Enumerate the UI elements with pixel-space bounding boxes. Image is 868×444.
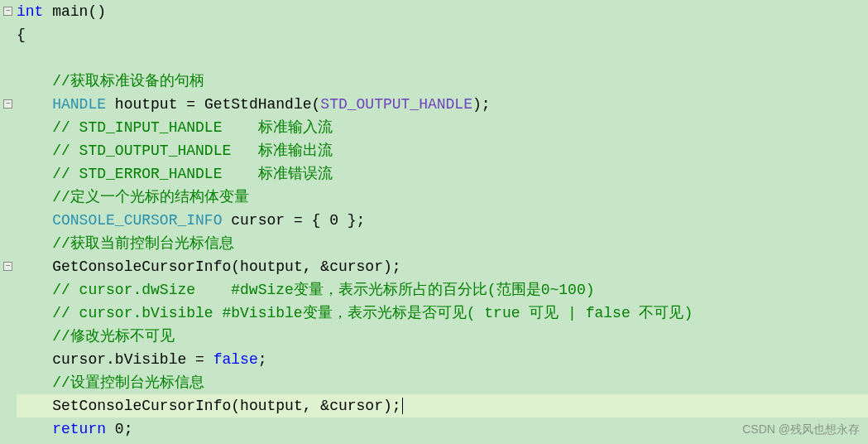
token-ident: cursor: [329, 398, 383, 414]
code-line[interactable]: //定义一个光标的结构体变量: [17, 186, 868, 209]
token-comment: // STD_OUTPUT_HANDLE 标准输出流: [52, 142, 332, 159]
fold-toggle-icon[interactable]: −: [3, 7, 12, 16]
code-line[interactable]: // STD_OUTPUT_HANDLE 标准输出流: [17, 139, 868, 162]
token-comment: //定义一个光标的结构体变量: [52, 189, 249, 205]
token-func: SetConsoleCursorInfo: [52, 398, 231, 414]
token-num: 0: [329, 212, 338, 229]
token-paren: (: [231, 258, 240, 275]
token-kw: int: [17, 3, 43, 20]
token-ident: bVisible: [115, 351, 186, 368]
code-line[interactable]: {: [17, 23, 868, 46]
token-ident: houtput: [115, 96, 178, 113]
code-line[interactable]: cursor.bVisible = false;: [17, 348, 868, 371]
token-paren: (): [88, 3, 106, 20]
code-line[interactable]: //获取当前控制台光标信息: [17, 232, 868, 255]
token-ident: houtput: [240, 398, 303, 414]
text-cursor: [402, 398, 403, 414]
token-paren: (: [231, 398, 240, 414]
token-paren: ): [383, 258, 392, 275]
token-kw: return: [52, 421, 106, 437]
fold-gutter: −−−: [0, 0, 17, 444]
token-op: =: [294, 212, 303, 229]
code-line[interactable]: //获取标准设备的句柄: [17, 70, 868, 93]
token-ident: cursor: [329, 258, 383, 275]
token-paren: }: [338, 212, 357, 229]
token-op: ,: [303, 398, 312, 414]
fold-toggle-icon[interactable]: −: [3, 262, 12, 271]
code-line[interactable]: // cursor.dwSize #dwSize变量，表示光标所占的百分比(范围…: [17, 278, 868, 302]
token-op: .: [106, 351, 115, 368]
token-paren: ): [383, 398, 392, 414]
token-num: 0: [115, 421, 124, 437]
token-op: &: [320, 258, 329, 275]
code-line[interactable]: [17, 46, 868, 70]
token-comment: // cursor.dwSize #dwSize变量，表示光标所占的百分比(范围…: [52, 282, 594, 298]
token-func: GetConsoleCursorInfo: [52, 258, 231, 275]
code-line[interactable]: GetConsoleCursorInfo(houtput, &cursor);: [17, 255, 868, 278]
token-op: =: [195, 351, 204, 368]
token-func: GetStdHandle: [204, 96, 312, 113]
token-macro: STD_OUTPUT_HANDLE: [320, 96, 472, 113]
token-type: HANDLE: [52, 96, 106, 113]
code-editor[interactable]: −−− int main(){ //获取标准设备的句柄 HANDLE houtp…: [0, 0, 868, 444]
code-line[interactable]: return 0;: [17, 417, 868, 441]
fold-toggle-icon[interactable]: −: [3, 99, 12, 109]
token-paren: ): [472, 96, 482, 113]
code-line[interactable]: SetConsoleCursorInfo(houtput, &cursor);: [17, 394, 868, 417]
code-line[interactable]: //修改光标不可见: [17, 325, 868, 348]
token-comment: // STD_ERROR_HANDLE 标准错误流: [52, 166, 332, 182]
token-op: ;: [124, 421, 133, 437]
token-op: =: [186, 96, 195, 113]
watermark-text: CSDN @残风也想永存: [742, 417, 860, 441]
token-comment: // cursor.bVisible #bVisible变量，表示光标是否可见(…: [52, 305, 693, 321]
token-ident: houtput: [240, 258, 303, 275]
token-paren: {: [312, 212, 330, 229]
token-comment: // STD_INPUT_HANDLE 标准输入流: [52, 119, 332, 136]
code-line[interactable]: CONSOLE_CURSOR_INFO cursor = { 0 };: [17, 209, 868, 232]
token-type: CONSOLE_CURSOR_INFO: [52, 212, 222, 229]
token-op: ;: [392, 398, 401, 414]
token-comment: //设置控制台光标信息: [52, 374, 204, 391]
token-paren: {: [17, 27, 26, 43]
token-op: &: [320, 398, 329, 414]
token-paren: (: [312, 96, 321, 113]
token-func: main: [52, 3, 88, 20]
code-line[interactable]: // STD_INPUT_HANDLE 标准输入流: [17, 116, 868, 139]
token-ident: cursor: [231, 212, 285, 229]
code-line[interactable]: // cursor.bVisible #bVisible变量，表示光标是否可见(…: [17, 302, 868, 325]
code-line[interactable]: int main(): [17, 0, 868, 23]
token-comment: //获取标准设备的句柄: [52, 73, 204, 89]
token-op: ,: [303, 258, 312, 275]
token-ident: cursor: [52, 351, 106, 368]
token-op: ;: [392, 258, 401, 275]
code-line[interactable]: //设置控制台光标信息: [17, 371, 868, 394]
token-kw: false: [213, 351, 258, 368]
token-comment: //获取当前控制台光标信息: [52, 235, 234, 252]
token-op: ;: [482, 96, 491, 113]
token-op: ;: [258, 351, 267, 368]
code-line[interactable]: // STD_ERROR_HANDLE 标准错误流: [17, 162, 868, 186]
token-op: ;: [357, 212, 366, 229]
code-line[interactable]: HANDLE houtput = GetStdHandle(STD_OUTPUT…: [17, 93, 868, 116]
code-area[interactable]: int main(){ //获取标准设备的句柄 HANDLE houtput =…: [17, 0, 868, 444]
code-line[interactable]: }: [17, 441, 868, 444]
token-comment: //修改光标不可见: [52, 328, 175, 345]
